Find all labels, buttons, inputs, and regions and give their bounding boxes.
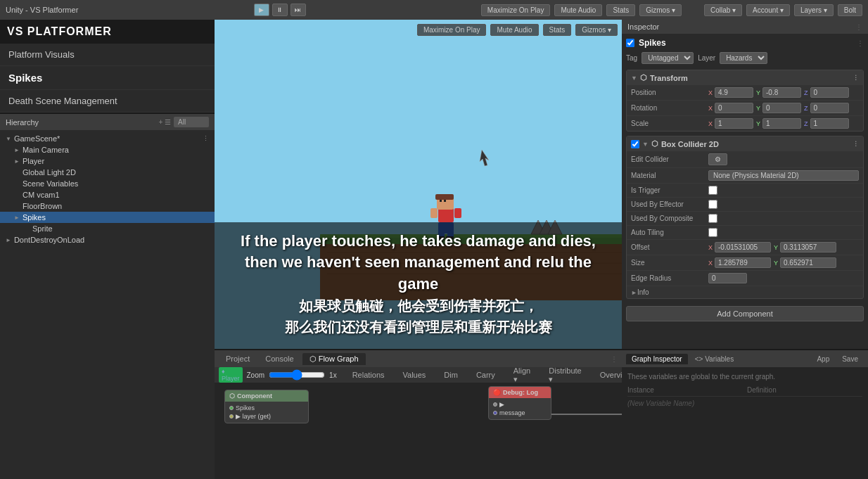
tab-console[interactable]: Console [258, 353, 300, 364]
hier-item-main-camera[interactable]: ► Main Camera [0, 144, 215, 155]
rotation-z[interactable] [810, 103, 849, 113]
inspector-obj-name: Spikes [639, 38, 666, 48]
layers-button[interactable]: Layers ▾ [794, 4, 834, 16]
transform-rotation-row: Rotation X Y Z [627, 101, 863, 116]
inspector-obj-header: Spikes ⋮ [626, 38, 864, 48]
hier-item-player[interactable]: ► Player [0, 155, 215, 167]
new-variable-row: (New Variable Name) [627, 400, 862, 407]
hier-item-dont-destroy[interactable]: ► DontDestroyOnLoad [0, 234, 215, 245]
used-by-composite-row: Used By Composite [627, 212, 863, 226]
gizmos-viewport[interactable]: Gizmos ▾ [575, 24, 618, 36]
bottom-panel: Project Console ⬡ Flow Graph ⋮ ♦ Player … [215, 349, 622, 479]
stats-button[interactable]: Stats [606, 4, 635, 16]
hier-item-spikes[interactable]: ► Spikes [0, 212, 215, 223]
collider-enabled-checkbox[interactable] [631, 140, 639, 148]
is-trigger-row: Is Trigger [627, 184, 863, 198]
used-by-composite-checkbox[interactable] [708, 214, 717, 223]
account-button[interactable]: Account ▾ [746, 4, 790, 16]
maximize-on-play-viewport[interactable]: Maximize On Play [417, 24, 487, 36]
sidebar-item-death-scene[interactable]: Death Scene Management [0, 90, 215, 113]
inspector-tag-row: Tag Untagged Layer Hazards [626, 52, 864, 64]
tag-dropdown[interactable]: Untagged [642, 52, 694, 64]
is-trigger-checkbox[interactable] [708, 186, 717, 195]
position-y[interactable] [762, 87, 801, 98]
scale-z[interactable] [810, 118, 849, 129]
flow-port-message: message [493, 409, 547, 417]
hierarchy-header: Hierarchy + ☰ [0, 114, 215, 130]
offset-row: Offset X Y [627, 240, 863, 255]
sidebar-item-platform-visuals[interactable]: Platform Visuals [0, 44, 215, 66]
hier-item-cm-vcam[interactable]: CM vcam1 [0, 189, 215, 200]
flow-node-component[interactable]: ⬡ Component Spikes ▶ layer (get) [224, 390, 309, 423]
rotation-y[interactable] [762, 103, 801, 113]
hier-item-scene-variables[interactable]: Scene Variables [0, 178, 215, 189]
sidebar-item-spikes[interactable]: Spikes [0, 66, 215, 90]
transform-section-header[interactable]: ▼ ⬡ Transform ⋮ [627, 70, 863, 85]
box-collider-section-header[interactable]: ▼ ⬡ Box Collider 2D ⋮ [627, 136, 863, 151]
svg-rect-20 [430, 208, 438, 218]
edit-collider-row: Edit Collider ⚙ [627, 151, 863, 168]
edit-collider-button[interactable]: ⚙ [708, 153, 727, 165]
tab-save[interactable]: Save [836, 354, 864, 364]
tab-variables[interactable]: <> Variables [689, 354, 739, 364]
scale-y[interactable] [762, 118, 801, 129]
info-row[interactable]: ► Info [627, 286, 863, 298]
auto-tiling-checkbox[interactable] [708, 228, 717, 237]
auto-tiling-row: Auto Tiling [627, 226, 863, 240]
subtitle-english: If the player touches, he takes damage a… [229, 231, 608, 295]
hier-item-gamescene[interactable]: ▼ GameScene* ⋮ [0, 133, 215, 144]
variable-col-headers: Instance Definition [627, 386, 862, 397]
hierarchy-search-input[interactable] [174, 117, 209, 127]
used-by-effector-checkbox[interactable] [708, 200, 717, 209]
flow-graph-canvas[interactable]: True ⬡ Component Spikes [215, 383, 622, 479]
stats-viewport[interactable]: Stats [543, 24, 572, 36]
flow-carry[interactable]: Carry [469, 369, 502, 381]
play-button[interactable]: ▶ [254, 4, 269, 16]
offset-x[interactable] [715, 242, 771, 253]
offset-y[interactable] [780, 242, 836, 253]
maximize-on-play-button[interactable]: Maximize On Play [481, 4, 551, 16]
flow-node-debug-log[interactable]: 🔴 Debug: Log ▶ message [488, 386, 551, 420]
mute-audio-viewport[interactable]: Mute Audio [490, 24, 538, 36]
flow-relations[interactable]: Relations [345, 369, 392, 381]
hierarchy-panel: Hierarchy + ☰ ▼ GameScene* ⋮ ► Main Came… [0, 113, 215, 479]
add-component-button[interactable]: Add Component [626, 306, 864, 321]
collab-button[interactable]: Collab ▾ [704, 4, 742, 16]
size-x[interactable] [715, 257, 771, 268]
mute-audio-button[interactable]: Mute Audio [554, 4, 602, 16]
tab-graph-inspector[interactable]: Graph Inspector [626, 354, 688, 364]
material-row: Material None (Physics Material 2D) [627, 168, 863, 184]
inspector-title: Inspector [627, 23, 659, 31]
step-button[interactable]: ⏭ [291, 4, 306, 16]
scale-x[interactable] [715, 118, 753, 129]
viewport-controls: Maximize On Play Mute Audio Stats Gizmos… [417, 24, 618, 36]
tab-flow-graph[interactable]: ⬡ Flow Graph [302, 353, 366, 365]
gizmos-button[interactable]: Gizmos ▾ [639, 4, 682, 16]
layer-dropdown[interactable]: Hazards [720, 52, 767, 64]
tab-app[interactable]: App [811, 354, 835, 364]
object-enabled-checkbox[interactable] [626, 39, 634, 47]
pause-button[interactable]: ⏸ [272, 4, 288, 16]
graph-description: These variables are global to the curren… [627, 373, 862, 381]
flow-overview[interactable]: Overview [593, 369, 622, 381]
bolt-button[interactable]: Bolt [838, 4, 862, 16]
hier-item-sprite[interactable]: Sprite [0, 223, 215, 234]
edge-radius-input[interactable] [708, 273, 747, 283]
main-layout: VS PLATFORMER Platform Visuals Spikes De… [0, 20, 868, 479]
flow-values[interactable]: Values [396, 369, 433, 381]
hier-item-floor-brown[interactable]: FloorBrown [0, 200, 215, 212]
svg-rect-21 [454, 208, 461, 218]
inspector-content: Spikes ⋮ Tag Untagged Layer Hazards ▼ ⬡ [622, 34, 868, 349]
position-z[interactable] [810, 87, 849, 98]
size-y[interactable] [780, 257, 836, 268]
hier-item-global-light[interactable]: Global Light 2D [0, 167, 215, 178]
hierarchy-content: ▼ GameScene* ⋮ ► Main Camera ► Player Gl… [0, 130, 215, 479]
game-viewport[interactable]: Maximize On Play Mute Audio Stats Gizmos… [215, 20, 622, 349]
tab-project[interactable]: Project [219, 353, 257, 364]
top-bar-right: Maximize On Play Mute Audio Stats Gizmos… [481, 4, 862, 16]
rotation-x[interactable] [715, 103, 753, 113]
position-x[interactable] [715, 87, 753, 98]
zoom-slider[interactable] [269, 369, 325, 381]
size-row: Size X Y [627, 255, 863, 271]
flow-dim[interactable]: Dim [437, 369, 465, 381]
